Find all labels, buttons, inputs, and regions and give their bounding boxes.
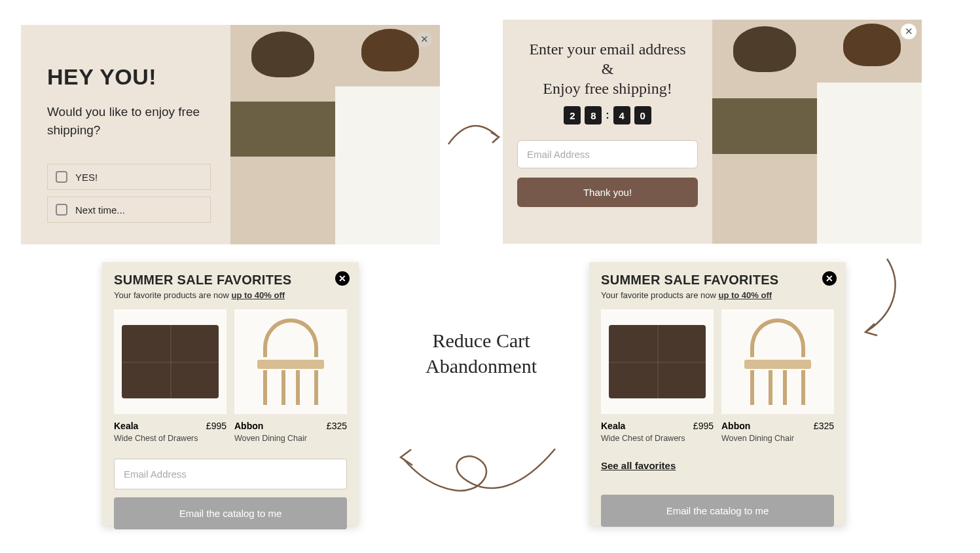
option-yes[interactable]: YES!	[47, 164, 211, 190]
product-desc: Woven Dining Chair	[721, 434, 834, 443]
product-grid: Keala £995 Wide Chest of Drawers Abbon £…	[589, 304, 846, 448]
email-catalog-button[interactable]: Email the catalog to me	[114, 497, 347, 529]
product-price: £325	[814, 421, 834, 431]
countdown-timer: 2 8 : 4 0	[517, 106, 698, 124]
option-label: Next time...	[75, 204, 125, 216]
product-thumb-chair	[721, 309, 834, 414]
email-input[interactable]	[114, 459, 347, 489]
timer-colon: :	[606, 109, 609, 121]
center-caption: Reduce Cart Abandonment	[390, 328, 573, 379]
product-card[interactable]: Keala £995 Wide Chest of Drawers	[114, 309, 227, 443]
popup-b-headline: Enter your email address & Enjoy free sh…	[517, 39, 698, 98]
product-card[interactable]: Abbon £325 Woven Dining Chair	[234, 309, 347, 443]
close-icon[interactable]: ✕	[335, 271, 350, 286]
product-desc: Wide Chest of Drawers	[601, 434, 714, 443]
popup-b-image	[712, 20, 922, 244]
submit-button[interactable]: Thank you!	[517, 178, 698, 207]
product-price: £995	[206, 421, 227, 431]
product-price: £325	[327, 421, 347, 431]
popup-a-options: YES! Next time...	[47, 164, 211, 223]
checkbox-icon	[56, 204, 67, 216]
popup-hey-you: HEY YOU! Would you like to enjoy free sh…	[21, 25, 440, 244]
timer-digit: 2	[564, 106, 581, 124]
arrow-icon	[445, 118, 504, 157]
email-catalog-button[interactable]: Email the catalog to me	[601, 495, 834, 527]
timer-digit: 4	[613, 106, 630, 124]
product-card[interactable]: Abbon £325 Woven Dining Chair	[721, 309, 834, 443]
see-all-favorites-link[interactable]: See all favorites	[589, 453, 846, 471]
popup-a-question: Would you like to enjoy free shipping?	[47, 103, 211, 139]
product-name: Keala	[601, 421, 625, 431]
timer-digit: 8	[585, 106, 602, 124]
models-illustration	[712, 20, 922, 244]
arrow-curl-icon	[391, 432, 562, 511]
product-grid: Keala £995 Wide Chest of Drawers Abbon £…	[102, 304, 359, 448]
sale-subtitle: Your favorite products are now up to 40%…	[114, 290, 347, 300]
product-thumb-dresser	[114, 309, 227, 414]
product-thumb-dresser	[601, 309, 714, 414]
product-name: Keala	[114, 421, 138, 431]
timer-digit: 0	[634, 106, 651, 124]
product-thumb-chair	[234, 309, 347, 414]
product-name: Abbon	[234, 421, 263, 431]
popup-email-timer: Enter your email address & Enjoy free sh…	[503, 20, 922, 244]
email-input[interactable]	[517, 140, 698, 168]
product-desc: Woven Dining Chair	[234, 434, 347, 443]
popup-a-content: HEY YOU! Would you like to enjoy free sh…	[21, 25, 230, 244]
option-label: YES!	[75, 172, 98, 183]
sale-subtitle: Your favorite products are now up to 40%…	[601, 290, 834, 300]
models-illustration	[230, 25, 440, 244]
close-icon[interactable]: ✕	[901, 24, 916, 39]
sale-title: SUMMER SALE FAVORITES	[601, 273, 834, 288]
popup-a-image: ✕	[230, 25, 440, 244]
popup-b-content: Enter your email address & Enjoy free sh…	[503, 20, 712, 244]
popup-a-title: HEY YOU!	[47, 64, 211, 90]
sale-card-with-link: SUMMER SALE FAVORITES Your favorite prod…	[589, 262, 846, 525]
product-desc: Wide Chest of Drawers	[114, 434, 227, 443]
close-icon[interactable]: ✕	[416, 31, 432, 47]
sale-card-with-email: SUMMER SALE FAVORITES Your favorite prod…	[102, 262, 359, 525]
product-price: £995	[693, 421, 714, 431]
close-icon[interactable]: ✕	[822, 271, 837, 286]
sale-title: SUMMER SALE FAVORITES	[114, 273, 347, 288]
product-card[interactable]: Keala £995 Wide Chest of Drawers	[601, 309, 714, 443]
option-next-time[interactable]: Next time...	[47, 197, 211, 223]
product-name: Abbon	[721, 421, 750, 431]
arrow-icon	[851, 256, 903, 341]
checkbox-icon	[56, 171, 67, 183]
